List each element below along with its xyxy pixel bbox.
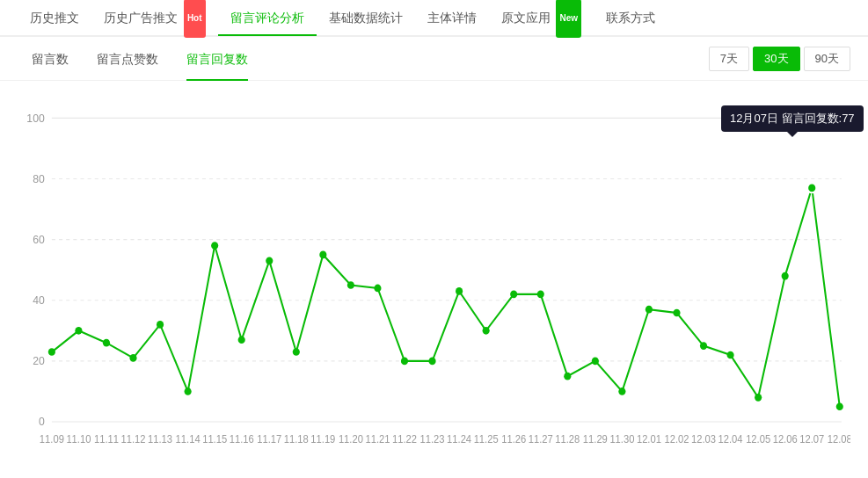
nav-contact[interactable]: 联系方式: [594, 0, 667, 36]
svg-text:11.11: 11.11: [94, 433, 119, 444]
svg-point-46: [157, 321, 164, 329]
svg-text:11.10: 11.10: [66, 433, 91, 444]
chart-area: 12月07日 留言回复数:77 100 80 60 40 20 0 11.0: [0, 81, 868, 478]
svg-text:0: 0: [39, 416, 45, 428]
svg-text:40: 40: [33, 294, 45, 307]
svg-text:11.26: 11.26: [501, 433, 526, 444]
svg-point-68: [755, 394, 762, 402]
svg-point-52: [319, 251, 326, 259]
new-badge: New: [556, 0, 581, 38]
svg-text:12.03: 12.03: [691, 433, 716, 444]
svg-point-48: [211, 242, 218, 250]
svg-text:11.22: 11.22: [392, 433, 417, 444]
svg-point-71: [836, 402, 843, 410]
svg-text:11.16: 11.16: [230, 433, 254, 444]
svg-text:11.17: 11.17: [257, 433, 281, 444]
sub-navigation: 留言数 留言点赞数 留言回复数 7天 30天 90天: [0, 37, 868, 81]
x-axis: 11.09 11.10 11.11 11.12 11.13 11.14 11.1…: [40, 433, 850, 444]
svg-text:11.28: 11.28: [555, 433, 580, 444]
tab-comment-likes[interactable]: 留言点赞数: [83, 37, 172, 81]
sub-tabs: 留言数 留言点赞数 留言回复数: [18, 37, 262, 81]
svg-text:12.08: 12.08: [828, 433, 850, 444]
svg-point-53: [347, 281, 354, 289]
svg-text:11.19: 11.19: [310, 433, 335, 444]
svg-text:11.12: 11.12: [121, 433, 146, 444]
svg-point-66: [700, 342, 707, 350]
y-axis: 100 80 60 40 20 0: [26, 112, 841, 428]
time-7-days[interactable]: 7天: [709, 47, 749, 71]
svg-text:11.24: 11.24: [447, 433, 472, 444]
nav-comment-analysis[interactable]: 留言评论分析: [218, 0, 317, 36]
svg-text:11.18: 11.18: [284, 433, 309, 444]
svg-text:11.14: 11.14: [176, 433, 201, 444]
svg-point-49: [238, 336, 245, 344]
svg-point-55: [401, 358, 408, 366]
nav-history-post[interactable]: 历史推文: [18, 0, 91, 36]
svg-point-70: [807, 183, 816, 192]
svg-text:12.01: 12.01: [637, 433, 661, 444]
svg-text:11.15: 11.15: [202, 433, 227, 444]
time-90-days[interactable]: 90天: [804, 47, 850, 71]
svg-point-51: [293, 348, 300, 356]
svg-point-56: [428, 358, 435, 366]
svg-point-63: [618, 387, 625, 395]
nav-original-app[interactable]: 原文应用 New: [489, 0, 594, 36]
svg-point-65: [673, 309, 680, 317]
svg-point-57: [456, 287, 463, 295]
svg-text:12.05: 12.05: [746, 433, 770, 444]
svg-point-54: [374, 285, 381, 293]
chart-dots: [48, 183, 843, 410]
svg-text:11.30: 11.30: [609, 433, 634, 444]
time-buttons: 7天 30天 90天: [709, 47, 850, 71]
svg-text:11.21: 11.21: [365, 433, 390, 444]
svg-point-64: [646, 306, 653, 314]
svg-text:11.25: 11.25: [474, 433, 499, 444]
svg-text:80: 80: [33, 173, 45, 185]
svg-point-45: [129, 354, 136, 362]
tab-comment-count[interactable]: 留言数: [18, 37, 83, 81]
svg-point-47: [185, 387, 192, 395]
svg-text:11.23: 11.23: [420, 433, 445, 444]
svg-text:11.29: 11.29: [583, 433, 608, 444]
svg-point-43: [75, 327, 82, 335]
svg-point-62: [592, 358, 599, 366]
svg-point-67: [727, 351, 734, 359]
svg-point-44: [103, 339, 110, 347]
svg-text:60: 60: [33, 234, 45, 246]
svg-text:100: 100: [26, 112, 44, 124]
nav-subject-detail[interactable]: 主体详情: [415, 0, 489, 36]
svg-text:11.27: 11.27: [529, 433, 553, 444]
hot-badge: Hot: [184, 0, 206, 38]
svg-point-42: [48, 348, 55, 356]
svg-text:12.02: 12.02: [664, 433, 689, 444]
svg-text:12.06: 12.06: [773, 433, 798, 444]
svg-text:11.09: 11.09: [40, 433, 64, 444]
svg-text:12.07: 12.07: [799, 433, 824, 444]
chart-line: [52, 188, 840, 407]
nav-history-ad[interactable]: 历史广告推文 Hot: [91, 0, 218, 36]
svg-point-58: [483, 327, 490, 335]
svg-point-60: [537, 291, 544, 299]
line-chart: 100 80 60 40 20 0 11.09 11.10 11.11 11.1…: [9, 90, 850, 469]
svg-point-50: [266, 257, 273, 265]
svg-point-61: [564, 373, 571, 380]
svg-point-69: [782, 272, 789, 280]
nav-basic-stats[interactable]: 基础数据统计: [317, 0, 415, 36]
svg-text:20: 20: [33, 355, 45, 367]
svg-text:11.20: 11.20: [339, 433, 363, 444]
svg-text:11.13: 11.13: [148, 433, 172, 444]
tab-comment-replies[interactable]: 留言回复数: [172, 37, 262, 81]
time-30-days[interactable]: 30天: [753, 47, 799, 71]
top-navigation: 历史推文 历史广告推文 Hot 留言评论分析 基础数据统计 主体详情 原文应用 …: [0, 0, 868, 37]
svg-point-59: [510, 291, 517, 299]
svg-text:12.04: 12.04: [718, 433, 744, 444]
